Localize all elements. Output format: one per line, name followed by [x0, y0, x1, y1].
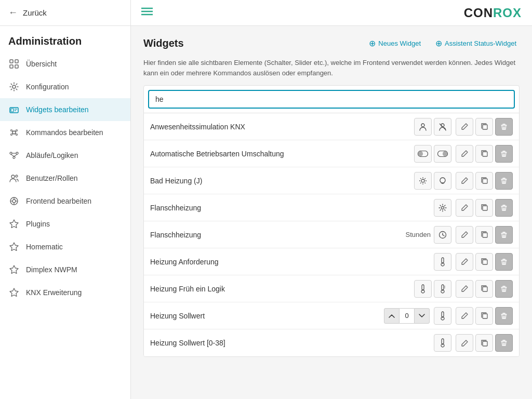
sidebar-nav: Übersicht Konfiguration Widgets bearbeit…: [0, 52, 130, 399]
stunden-label: Stunden: [406, 231, 431, 238]
svg-rect-60: [442, 258, 444, 263]
svg-point-19: [16, 152, 18, 154]
sidebar-item-commands[interactable]: Kommandos bearbeiten: [0, 121, 130, 144]
sidebar-item-config[interactable]: Konfiguration: [0, 75, 130, 98]
svg-point-18: [10, 152, 12, 154]
search-input[interactable]: [148, 90, 515, 109]
toggle-off-icon-btn[interactable]: [434, 145, 451, 163]
menu-icon[interactable]: [141, 7, 153, 19]
users-icon: [8, 172, 20, 184]
sidebar-item-dimplex[interactable]: Dimplex NWPM: [0, 258, 130, 281]
edit-button[interactable]: [456, 334, 473, 352]
topbar: CONROX: [131, 0, 532, 26]
widget-type-icons: [434, 226, 451, 244]
table-row: Heizung Sollwert 0: [144, 302, 519, 329]
sidebar-item-label: Abläufe/Logiken: [26, 151, 78, 159]
widget-actions: [456, 280, 513, 298]
widget-name: Automatische Betriebsarten Umschaltung: [150, 150, 414, 158]
sidebar-item-users[interactable]: Benutzer/Rollen: [0, 167, 130, 190]
plugins-icon: [8, 218, 20, 230]
table-row: Heizung Sollwert [0-38]: [144, 329, 519, 356]
gear-icon-btn[interactable]: [434, 199, 451, 217]
svg-line-49: [420, 178, 421, 179]
edit-button[interactable]: [456, 307, 473, 325]
content-area: Widgets ⊕ Neues Widget ⊕ Assistent Statu…: [131, 26, 532, 399]
copy-button[interactable]: [475, 307, 493, 325]
svg-line-23: [14, 154, 17, 156]
sollwert-down-button[interactable]: [414, 308, 430, 324]
copy-button[interactable]: [475, 118, 493, 136]
edit-button[interactable]: [456, 172, 473, 190]
svg-point-24: [11, 175, 15, 178]
widget-type-icons: [414, 172, 451, 190]
delete-button[interactable]: [495, 145, 513, 163]
sidebar-item-label: Kommandos bearbeiten: [26, 128, 103, 137]
copy-button[interactable]: [475, 172, 493, 190]
config-icon: [8, 81, 20, 92]
sidebar-item-logics[interactable]: Abläufe/Logiken: [0, 144, 130, 167]
delete-button[interactable]: [495, 307, 513, 325]
delete-button[interactable]: [495, 334, 513, 352]
svg-line-51: [420, 182, 421, 183]
sollwert-value: 0: [400, 308, 414, 324]
edit-button[interactable]: [456, 145, 473, 163]
delete-button[interactable]: [495, 172, 513, 190]
sidebar-item-overview[interactable]: Übersicht: [0, 52, 130, 75]
svg-point-4: [12, 85, 16, 88]
widget-name: Heizung Anforderung: [150, 258, 434, 266]
copy-button[interactable]: [475, 253, 493, 271]
delete-button[interactable]: [495, 199, 513, 217]
widget-type-icons: [434, 199, 451, 217]
svg-rect-63: [483, 260, 487, 264]
sidebar-item-label: Konfiguration: [26, 83, 69, 91]
delete-button[interactable]: [495, 253, 513, 271]
new-widget-button[interactable]: ⊕ Neues Widget: [366, 36, 424, 50]
sidebar-item-homematic[interactable]: Homematic: [0, 235, 130, 258]
delete-button[interactable]: [495, 226, 513, 244]
copy-button[interactable]: [475, 280, 493, 298]
widget-type-icons: [434, 334, 451, 352]
thermometer-icon-btn[interactable]: [434, 334, 451, 352]
svg-rect-40: [418, 151, 423, 156]
svg-point-44: [421, 179, 424, 182]
thermometer-icon-btn[interactable]: [434, 253, 451, 271]
copy-button[interactable]: [475, 199, 493, 217]
edit-button[interactable]: [456, 253, 473, 271]
svg-point-20: [13, 156, 15, 158]
edit-button[interactable]: [456, 118, 473, 136]
sidebar-item-frontend[interactable]: Frontend bearbeiten: [0, 190, 130, 212]
main-content: CONROX Widgets ⊕ Neues Widget ⊕ Assisten…: [131, 0, 532, 399]
sidebar-item-widgets[interactable]: Widgets bearbeiten: [0, 98, 130, 121]
assistant-widget-button[interactable]: ⊕ Assistent Status-Widget: [432, 36, 520, 50]
svg-rect-2: [10, 65, 13, 68]
thermometer-icon-btn[interactable]: [434, 307, 451, 325]
copy-button[interactable]: [475, 226, 493, 244]
sidebar-item-knx[interactable]: KNX Erweiterung: [0, 281, 130, 304]
person-icon-btn[interactable]: [414, 118, 432, 136]
person-off-icon-btn[interactable]: [434, 118, 451, 136]
sidebar-title: Administration: [0, 26, 130, 52]
thermometer2-icon-btn[interactable]: [434, 280, 451, 298]
search-row: [144, 86, 519, 113]
edit-button[interactable]: [456, 199, 473, 217]
logo-rox: ROX: [493, 6, 522, 20]
toggle-on-icon-btn[interactable]: [414, 145, 432, 163]
sidebar-item-plugins[interactable]: Plugins: [0, 212, 130, 235]
svg-point-54: [442, 206, 444, 209]
sidebar-item-label: Frontend bearbeiten: [26, 197, 91, 205]
sollwert-up-button[interactable]: [384, 308, 400, 324]
sun-icon-btn[interactable]: [414, 172, 432, 190]
delete-button[interactable]: [495, 280, 513, 298]
edit-button[interactable]: [456, 280, 473, 298]
clock-icon-btn[interactable]: [434, 226, 451, 244]
copy-button[interactable]: [475, 145, 493, 163]
thermometer-icon-btn[interactable]: [414, 280, 432, 298]
copy-button[interactable]: [475, 334, 493, 352]
edit-button[interactable]: [456, 226, 473, 244]
bulb-icon-btn[interactable]: [434, 172, 451, 190]
back-button[interactable]: ← Zurück: [0, 0, 130, 26]
widget-actions: [456, 118, 513, 136]
svg-rect-55: [483, 206, 487, 210]
plus-icon: ⊕: [369, 38, 376, 48]
delete-button[interactable]: [495, 118, 513, 136]
